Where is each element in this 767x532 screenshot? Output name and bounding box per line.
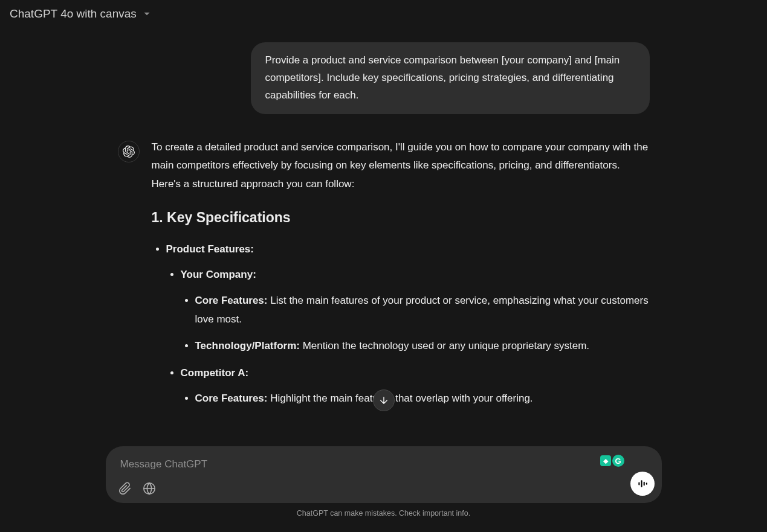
- model-selector[interactable]: ChatGPT 4o with canvas: [10, 7, 152, 21]
- globe-icon: [143, 482, 156, 495]
- voice-button[interactable]: [630, 472, 655, 496]
- chat-container: Provide a product and service comparison…: [94, 28, 674, 451]
- message-input[interactable]: [118, 456, 650, 473]
- assistant-avatar: [118, 141, 140, 162]
- composer-area: ◆ G ChatGPT can make mistakes. Check imp…: [106, 446, 662, 518]
- list-item-label: Core Features:: [195, 393, 268, 404]
- user-message-text: Provide a product and service comparison…: [265, 54, 620, 101]
- svg-rect-5: [646, 482, 647, 484]
- assistant-content: To create a detailed product and service…: [152, 138, 650, 417]
- list-item: Product Features: Your Company: Core Fea…: [166, 240, 650, 408]
- bullet-list: Product Features: Your Company: Core Fea…: [152, 240, 650, 408]
- list-item: Your Company: Core Features: List the ma…: [181, 266, 650, 355]
- list-item-label: Core Features:: [195, 295, 268, 306]
- list-item-text: Mention the technology used or any uniqu…: [300, 340, 589, 351]
- list-item: Competitor A: Core Features: Highlight t…: [181, 364, 650, 408]
- list-item: Core Features: List the main features of…: [195, 292, 650, 328]
- arrow-down-icon: [378, 395, 389, 406]
- header: ChatGPT 4o with canvas: [0, 0, 767, 28]
- openai-logo-icon: [123, 146, 135, 158]
- grammarly-pin-icon: ◆: [600, 455, 611, 466]
- scroll-to-bottom-button[interactable]: [373, 389, 395, 411]
- svg-rect-3: [641, 480, 642, 487]
- list-item-label: Technology/Platform:: [195, 340, 300, 351]
- assistant-message-row: To create a detailed product and service…: [118, 138, 650, 417]
- svg-rect-4: [643, 482, 644, 486]
- list-item-label: Product Features:: [166, 243, 254, 255]
- list-item-label: Your Company:: [181, 269, 256, 280]
- section-heading: 1. Key Specifications: [152, 205, 650, 230]
- disclaimer-text: ChatGPT can make mistakes. Check importa…: [106, 509, 662, 518]
- attach-button[interactable]: [118, 481, 132, 496]
- list-item: Technology/Platform: Mention the technol…: [195, 337, 650, 356]
- composer: ◆ G: [106, 446, 662, 503]
- list-item-text: Highlight the main features that overlap…: [267, 393, 532, 404]
- web-button[interactable]: [142, 481, 157, 496]
- grammarly-badge[interactable]: ◆ G: [600, 455, 624, 467]
- user-message-bubble: Provide a product and service comparison…: [251, 42, 650, 114]
- assistant-intro-text: To create a detailed product and service…: [152, 138, 650, 194]
- composer-toolbar: [118, 481, 650, 496]
- model-label: ChatGPT 4o with canvas: [10, 7, 137, 21]
- grammarly-logo-icon: G: [612, 455, 624, 467]
- waveform-icon: [636, 478, 649, 490]
- paperclip-icon: [118, 482, 132, 495]
- list-item-label: Competitor A:: [181, 367, 249, 379]
- svg-rect-2: [638, 482, 639, 486]
- chevron-down-icon: [141, 8, 152, 19]
- list-item: Core Features: Highlight the main featur…: [195, 389, 650, 408]
